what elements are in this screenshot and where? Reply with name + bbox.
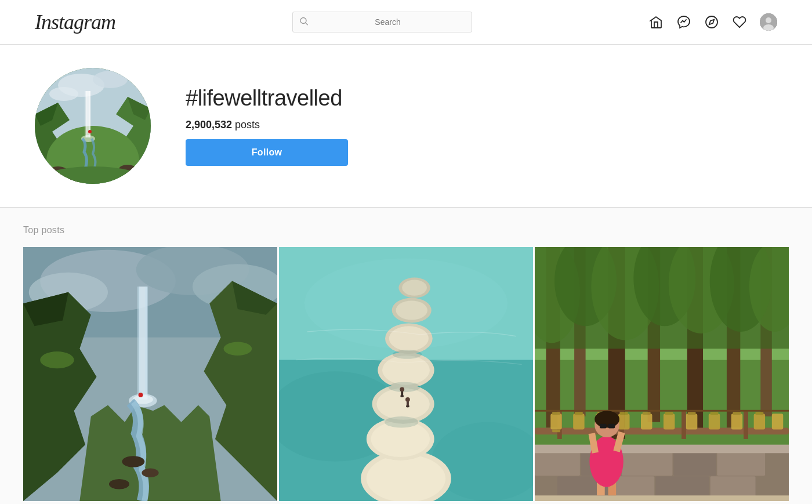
- hashtag-avatar: [35, 68, 151, 184]
- svg-point-44: [224, 342, 252, 356]
- svg-rect-131: [535, 495, 789, 501]
- svg-rect-126: [731, 414, 742, 429]
- svg-point-45: [139, 393, 143, 397]
- svg-rect-112: [573, 414, 584, 429]
- svg-rect-130: [772, 414, 783, 429]
- svg-point-67: [389, 382, 420, 393]
- svg-rect-121: [665, 412, 673, 415]
- svg-rect-97: [717, 450, 765, 476]
- svg-rect-95: [622, 450, 673, 476]
- svg-rect-110: [552, 412, 560, 415]
- home-icon[interactable]: [648, 14, 664, 30]
- hashtag-title: #lifewelltravelled: [186, 86, 348, 111]
- svg-point-0: [300, 18, 306, 24]
- profile-avatar-nav[interactable]: [760, 13, 777, 31]
- svg-rect-107: [744, 411, 748, 439]
- svg-point-61: [389, 326, 429, 351]
- svg-point-43: [40, 351, 74, 368]
- main-content: Top posts: [0, 208, 812, 504]
- svg-rect-106: [682, 411, 686, 439]
- svg-point-66: [385, 416, 418, 427]
- svg-rect-109: [550, 414, 561, 429]
- svg-rect-127: [733, 412, 741, 415]
- svg-point-65: [402, 280, 427, 295]
- svg-rect-93: [535, 450, 580, 476]
- svg-rect-123: [688, 412, 696, 415]
- svg-point-2: [706, 16, 717, 28]
- post-item-1[interactable]: [23, 247, 277, 501]
- svg-rect-119: [643, 412, 651, 415]
- svg-point-63: [396, 300, 427, 320]
- svg-rect-37: [145, 287, 148, 400]
- svg-line-1: [305, 23, 307, 25]
- svg-rect-111: [552, 429, 560, 432]
- svg-rect-116: [618, 414, 629, 429]
- svg-rect-117: [620, 412, 628, 415]
- post-count: 2,900,532 posts: [186, 119, 348, 131]
- svg-marker-34: [79, 405, 220, 501]
- svg-rect-120: [664, 414, 675, 429]
- svg-rect-36: [137, 287, 140, 400]
- svg-rect-118: [641, 414, 652, 429]
- messenger-icon[interactable]: [676, 14, 691, 30]
- svg-point-138: [594, 411, 619, 427]
- svg-rect-102: [535, 445, 789, 454]
- top-posts-heading: Top posts: [23, 225, 789, 235]
- posts-grid: [23, 247, 789, 501]
- svg-point-68: [393, 350, 422, 359]
- svg-point-9: [49, 87, 78, 101]
- svg-point-23: [88, 130, 92, 133]
- svg-point-8: [93, 71, 128, 88]
- svg-rect-96: [673, 450, 716, 476]
- post-item-2[interactable]: [279, 247, 533, 501]
- svg-rect-16: [85, 91, 86, 137]
- avatar-image: [35, 68, 151, 184]
- instagram-logo[interactable]: Instagram: [35, 10, 115, 34]
- svg-rect-125: [710, 412, 719, 415]
- activity-icon[interactable]: [732, 14, 747, 30]
- svg-point-22: [35, 166, 151, 184]
- svg-rect-129: [756, 412, 764, 415]
- explore-icon[interactable]: [704, 14, 719, 30]
- profile-section: #lifewelltravelled 2,900,532 posts Follo…: [0, 45, 812, 208]
- svg-rect-113: [575, 412, 583, 415]
- search-container: [292, 12, 472, 32]
- post-item-3[interactable]: [535, 247, 789, 501]
- svg-rect-124: [709, 414, 720, 429]
- svg-point-71: [400, 387, 404, 391]
- svg-rect-139: [600, 424, 607, 429]
- svg-rect-128: [754, 414, 765, 429]
- search-input[interactable]: [292, 12, 472, 32]
- search-icon: [299, 17, 309, 28]
- follow-button[interactable]: Follow: [186, 139, 348, 166]
- svg-point-41: [142, 469, 158, 478]
- nav-icons: [648, 13, 777, 31]
- svg-rect-140: [608, 424, 615, 429]
- svg-point-59: [382, 356, 430, 385]
- header: Instagram: [0, 0, 812, 45]
- svg-rect-122: [686, 414, 697, 429]
- svg-point-53: [367, 455, 445, 501]
- svg-point-74: [405, 397, 410, 402]
- svg-rect-103: [535, 427, 789, 434]
- profile-info: #lifewelltravelled 2,900,532 posts Follo…: [186, 86, 348, 166]
- svg-point-42: [109, 479, 129, 490]
- svg-point-40: [122, 456, 144, 467]
- svg-point-4: [766, 17, 771, 23]
